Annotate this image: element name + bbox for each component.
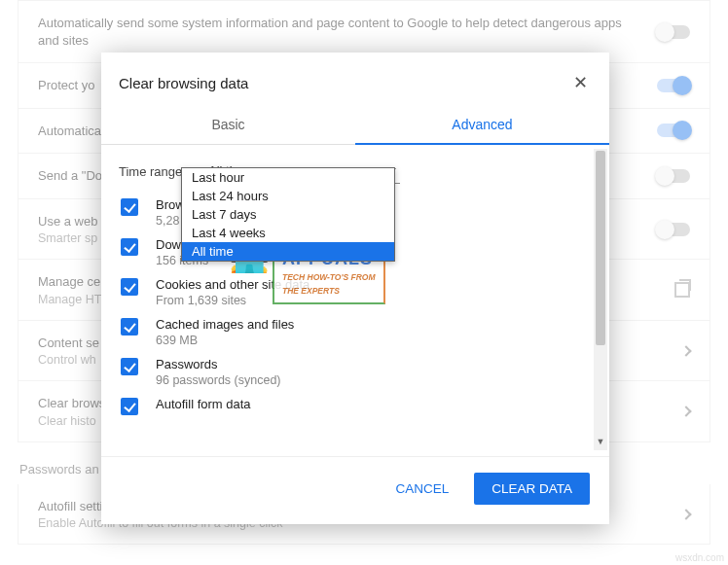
item-sub: 639 MB (156, 334, 294, 347)
dropdown-option-selected[interactable]: All time (182, 242, 394, 261)
dialog-title: Clear browsing data (119, 75, 248, 91)
checkbox-icon[interactable] (121, 278, 138, 296)
scrollbar[interactable]: ▲ ▼ (594, 149, 607, 450)
checkbox-icon[interactable] (121, 238, 138, 256)
checkbox-icon[interactable] (121, 358, 138, 375)
check-item-passwords[interactable]: Passwords 96 passwords (synced) (119, 349, 603, 389)
item-title: Passwords (156, 357, 281, 371)
checkbox-icon[interactable] (121, 198, 138, 216)
tab-advanced[interactable]: Advanced (355, 107, 609, 144)
scroll-thumb[interactable] (596, 151, 605, 345)
cancel-button[interactable]: CANCEL (378, 473, 466, 505)
scroll-down-icon[interactable]: ▼ (594, 437, 607, 450)
time-range-dropdown[interactable]: Last hour Last 24 hours Last 7 days Last… (181, 167, 395, 262)
checkbox-icon[interactable] (121, 318, 138, 335)
tab-basic[interactable]: Basic (101, 107, 355, 144)
dropdown-option[interactable]: Last 7 days (182, 205, 394, 224)
time-range-label: Time range (119, 164, 187, 179)
checkbox-icon[interactable] (121, 398, 138, 415)
dialog-tabs: Basic Advanced (101, 107, 609, 145)
dropdown-option[interactable]: Last 4 weeks (182, 224, 394, 242)
item-title: Autofill form data (156, 397, 251, 411)
check-item-autofill[interactable]: Autofill form data (119, 389, 603, 417)
item-title: Cached images and files (156, 317, 294, 332)
item-sub: 96 passwords (synced) (156, 373, 281, 387)
dropdown-option[interactable]: Last hour (182, 168, 394, 187)
dropdown-option[interactable]: Last 24 hours (182, 187, 394, 205)
check-item-cache[interactable]: Cached images and files 639 MB (119, 309, 603, 349)
close-icon[interactable]: ✕ (569, 68, 592, 97)
clear-data-button[interactable]: CLEAR DATA (474, 473, 590, 505)
